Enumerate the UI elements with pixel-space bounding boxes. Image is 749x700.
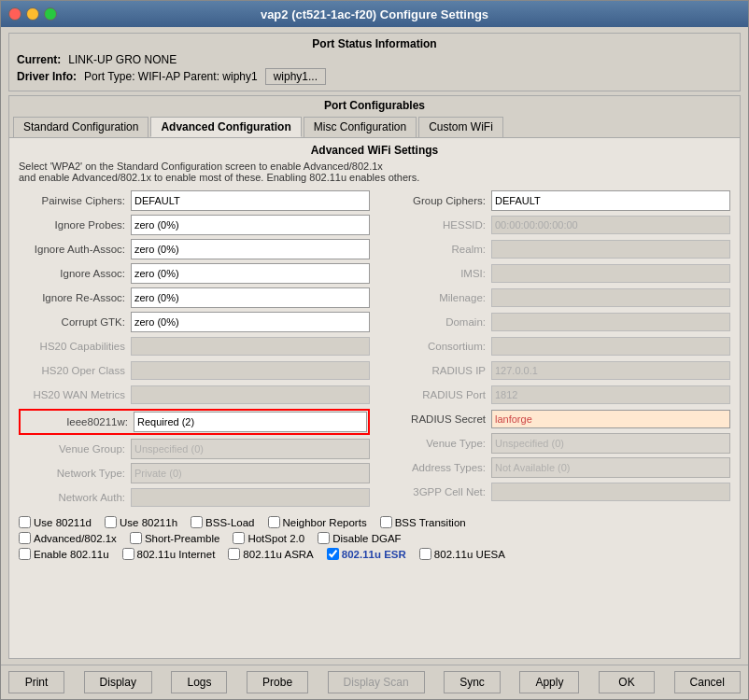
group-ciphers-label: Group Ciphers: xyxy=(379,195,491,206)
pairwise-ciphers-select[interactable]: DEFAULT xyxy=(131,190,370,211)
tab-custom-wifi[interactable]: Custom WiFi xyxy=(418,117,503,137)
cancel-button[interactable]: Cancel xyxy=(674,671,741,693)
corrupt-gtk-wrapper: zero (0%) xyxy=(131,312,370,332)
current-value: LINK-UP GRO NONE xyxy=(68,53,177,66)
left-column: Pairwise Ciphers: DEFAULT Ignore Probes: xyxy=(19,190,370,511)
cb-80211u-esr[interactable]: 802.11u ESR xyxy=(327,548,406,560)
ignore-probes-label: Ignore Probes: xyxy=(19,219,131,231)
domain-input[interactable] xyxy=(491,313,730,331)
ieee80211w-wrapper: Required (2) xyxy=(134,412,367,432)
cb-disable-dgaf[interactable]: Disable DGAF xyxy=(318,532,402,544)
close-button[interactable] xyxy=(8,7,21,21)
ignore-probes-select[interactable]: zero (0%) xyxy=(131,215,370,235)
venue-group-select[interactable]: Unspecified (0) xyxy=(131,439,370,459)
radius-ip-input[interactable] xyxy=(491,361,730,380)
address-types-row: Address Types: Not Available (0) xyxy=(379,457,730,478)
cb-use80211h[interactable]: Use 80211h xyxy=(105,516,177,528)
hs20-oper-input[interactable] xyxy=(131,361,370,380)
cb-advanced-8021x[interactable]: Advanced/802.1x xyxy=(19,532,117,544)
titlebar: vap2 (ct521-1ac-f20) Configure Settings xyxy=(1,1,748,27)
print-button[interactable]: Print xyxy=(8,671,64,693)
cb-short-preamble[interactable]: Short-Preamble xyxy=(130,532,220,544)
tab-misc[interactable]: Misc Configuration xyxy=(304,117,417,137)
imsi-input[interactable] xyxy=(491,264,730,283)
corrupt-gtk-select[interactable]: zero (0%) xyxy=(131,312,370,332)
radius-secret-label: RADIUS Secret xyxy=(379,413,491,425)
ok-button[interactable]: OK xyxy=(599,671,655,693)
cb-80211u-uesa[interactable]: 802.11u UESA xyxy=(419,548,505,560)
venue-group-row: Venue Group: Unspecified (0) xyxy=(19,439,370,459)
port-status-section: Port Status Information Current: LINK-UP… xyxy=(8,33,741,91)
current-row: Current: LINK-UP GRO NONE xyxy=(17,53,732,66)
hs20-cap-label: HS20 Capabilities xyxy=(19,341,131,352)
checkbox-row-2: Advanced/802.1x Short-Preamble HotSpot 2… xyxy=(19,532,730,544)
driver-row: Driver Info: Port Type: WIFI-AP Parent: … xyxy=(17,68,732,85)
venue-group-wrapper: Unspecified (0) xyxy=(131,439,370,459)
ieee80211w-select[interactable]: Required (2) xyxy=(134,412,367,432)
network-type-select[interactable]: Private (0) xyxy=(131,463,370,483)
display-scan-button[interactable]: Display Scan xyxy=(328,671,425,693)
cb-neighbor-reports[interactable]: Neighbor Reports xyxy=(268,516,367,528)
ignore-assoc-row: Ignore Assoc: zero (0%) xyxy=(19,263,370,284)
wiphy-button[interactable]: wiphy1... xyxy=(265,68,326,85)
hs20-cap-row: HS20 Capabilities xyxy=(19,336,370,357)
tab-standard[interactable]: Standard Configuration xyxy=(13,117,148,137)
hs20-wan-label: HS20 WAN Metrics xyxy=(19,389,131,400)
cb-use80211d[interactable]: Use 80211d xyxy=(19,516,92,528)
realm-label: Realm: xyxy=(379,244,491,255)
ignore-auth-assoc-row: Ignore Auth-Assoc: zero (0%) xyxy=(19,239,370,259)
radius-ip-label: RADIUS IP xyxy=(379,365,491,376)
display-button[interactable]: Display xyxy=(84,671,152,693)
hs20-oper-label: HS20 Oper Class xyxy=(19,365,131,376)
ignore-reassoc-select[interactable]: zero (0%) xyxy=(131,287,370,308)
venue-type-row: Venue Type: Unspecified (0) xyxy=(379,433,730,454)
cb-bss-load[interactable]: BSS-Load xyxy=(191,516,254,528)
hs20-oper-row: HS20 Oper Class xyxy=(19,360,370,381)
cb-bss-transition[interactable]: BSS Transition xyxy=(380,516,466,528)
maximize-button[interactable] xyxy=(44,7,57,21)
ignore-auth-assoc-select[interactable]: zero (0%) xyxy=(131,239,370,259)
port-config-title: Port Configurables xyxy=(9,96,740,115)
hs20-cap-input[interactable] xyxy=(131,337,370,356)
venue-group-label: Venue Group: xyxy=(19,443,131,455)
fields-wrapper: Pairwise Ciphers: DEFAULT Ignore Probes: xyxy=(19,190,730,511)
venue-type-select[interactable]: Unspecified (0) xyxy=(491,433,730,454)
imsi-row: IMSI: xyxy=(379,263,730,284)
hs20-wan-input[interactable] xyxy=(131,385,370,404)
network-auth-input[interactable] xyxy=(131,488,370,507)
hs20-wan-row: HS20 WAN Metrics xyxy=(19,385,370,405)
address-types-wrapper: Not Available (0) xyxy=(491,457,730,478)
group-ciphers-select[interactable]: DEFAULT xyxy=(491,190,730,211)
minimize-button[interactable] xyxy=(26,7,39,21)
ignore-assoc-select[interactable]: zero (0%) xyxy=(131,263,370,284)
ieee80211w-row: Ieee80211w: Required (2) xyxy=(19,409,370,435)
radius-port-input[interactable] xyxy=(491,385,730,404)
consortium-label: Consortium: xyxy=(379,341,491,352)
cb-80211u-asra[interactable]: 802.11u ASRA xyxy=(228,548,313,560)
checkbox-row-3: Enable 802.11u 802.11u Internet 802.11u … xyxy=(19,548,730,560)
sync-button[interactable]: Sync xyxy=(444,671,501,693)
cb-80211u-internet[interactable]: 802.11u Internet xyxy=(122,548,216,560)
apply-button[interactable]: Apply xyxy=(519,671,579,693)
realm-input[interactable] xyxy=(491,240,730,259)
logs-button[interactable]: Logs xyxy=(171,671,227,693)
ignore-auth-assoc-label: Ignore Auth-Assoc: xyxy=(19,244,131,255)
driver-value: Port Type: WIFI-AP Parent: wiphy1 xyxy=(84,70,258,83)
cb-enable-80211u[interactable]: Enable 802.11u xyxy=(19,548,109,560)
corrupt-gtk-label: Corrupt GTK: xyxy=(19,316,131,328)
consortium-input[interactable] xyxy=(491,337,730,356)
probe-button[interactable]: Probe xyxy=(247,671,308,693)
address-types-select[interactable]: Not Available (0) xyxy=(491,457,730,478)
radius-secret-row: RADIUS Secret xyxy=(379,409,730,429)
milenage-input[interactable] xyxy=(491,288,730,307)
tab-advanced[interactable]: Advanced Configuration xyxy=(150,117,301,137)
group-ciphers-row: Group Ciphers: DEFAULT xyxy=(379,190,730,211)
network-auth-label: Network Auth: xyxy=(19,492,131,503)
ignore-assoc-label: Ignore Assoc: xyxy=(19,268,131,279)
network-auth-row: Network Auth: xyxy=(19,487,370,508)
radius-secret-input[interactable] xyxy=(491,410,730,428)
cb-hotspot-20[interactable]: HotSpot 2.0 xyxy=(233,532,304,544)
3gpp-cell-input[interactable] xyxy=(491,483,730,501)
hessid-input[interactable] xyxy=(491,216,730,234)
ieee80211w-label: Ieee80211w: xyxy=(21,416,134,427)
